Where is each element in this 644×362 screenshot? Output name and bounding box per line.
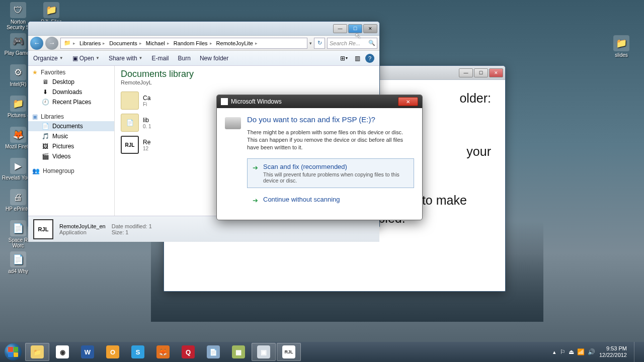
taskbar: 📁◉WOS🦊Q📄▦▣RJL ▴ ⚐ ⏏ 📶 🔊 9:53 PM 12/22/20… <box>0 342 644 362</box>
back-button[interactable]: ← <box>30 37 43 50</box>
nav-icon: 📄 <box>41 122 49 130</box>
breadcrumb-segment[interactable]: Random Files <box>172 40 214 46</box>
search-placeholder: Search Re... <box>330 40 360 46</box>
nav-item-videos[interactable]: 🎬Videos <box>28 151 114 161</box>
icon-label: slides <box>615 52 628 58</box>
taskbar-app-explorer[interactable]: 📁 <box>25 343 49 361</box>
scan-dialog: Microsoft Windows ✕ Do you want to scan … <box>216 95 423 220</box>
photo-icon: ▣ <box>257 345 270 358</box>
folder-icon: 📁 <box>613 35 629 51</box>
file-icon: 📄 <box>121 114 139 132</box>
taskbar-app-chrome[interactable]: ◉ <box>50 343 74 361</box>
favorites-header[interactable]: ★Favorites <box>28 68 114 77</box>
taskbar-app-firefox[interactable]: 🦊 <box>151 343 175 361</box>
action-center-icon[interactable]: ⚐ <box>560 348 566 355</box>
minimize-button[interactable]: — <box>459 68 473 77</box>
nav-item-music[interactable]: 🎵Music <box>28 131 114 141</box>
removable-icon[interactable]: ⏏ <box>569 348 574 355</box>
open-menu[interactable]: ▣Open▼ <box>72 55 100 62</box>
newfolder-button[interactable]: New folder <box>200 55 228 62</box>
close-button[interactable]: ✕ <box>363 24 377 33</box>
organize-menu[interactable]: Organize▼ <box>33 55 63 62</box>
taskbar-app-outlook[interactable]: O <box>101 343 125 361</box>
scan-and-fix-option[interactable]: ➔ Scan and fix (recommended) This will p… <box>247 158 414 188</box>
homegroup-header[interactable]: 👥Homegroup <box>28 166 114 175</box>
quicken-icon: Q <box>182 345 195 358</box>
taskbar-app-photo[interactable]: ▣ <box>252 343 276 361</box>
start-button[interactable] <box>3 342 23 362</box>
taskbar-app-notepad[interactable]: 📄 <box>201 343 225 361</box>
app-icon: 🛡 <box>10 2 26 18</box>
icon-label: ad4 Why <box>8 268 28 274</box>
address-bar[interactable]: 📁LibrariesDocumentsMichaelRandom FilesRe… <box>60 38 307 49</box>
maximize-button[interactable]: ☐ <box>474 68 488 77</box>
breadcrumb-segment[interactable]: Documents <box>107 40 144 46</box>
close-button[interactable]: ✕ <box>398 97 418 106</box>
breadcrumb-segment[interactable]: RemoteJoyLite <box>214 40 260 46</box>
dialog-title: Microsoft Windows <box>231 98 282 105</box>
forward-button[interactable]: → <box>45 37 58 50</box>
nav-icon: 🕘 <box>41 98 49 106</box>
explorer-titlebar[interactable]: — ☐ ✕ <box>28 22 379 36</box>
file-icon <box>121 92 139 110</box>
file-meta: 0. 1 <box>143 124 151 129</box>
option-title: Continue without scanning <box>263 196 340 203</box>
burn-button[interactable]: Burn <box>178 55 191 62</box>
nav-label: Documents <box>52 123 83 130</box>
tray-expand-icon[interactable]: ▴ <box>553 349 556 355</box>
continue-option[interactable]: ➔ Continue without scanning <box>247 191 414 209</box>
libraries-header[interactable]: ▣Libraries <box>28 112 114 121</box>
breadcrumb-segment[interactable]: Michael <box>144 40 172 46</box>
taskbar-app-skype[interactable]: S <box>126 343 150 361</box>
desktop-icon[interactable]: 📄ad4 Why <box>2 251 34 282</box>
taskbar-app-word[interactable]: W <box>75 343 100 361</box>
desktop-icons-right: 📁slides <box>604 35 639 65</box>
file-meta: 12 <box>143 146 150 151</box>
windows-logo-icon <box>5 343 22 360</box>
app-icon: 📁 <box>43 2 59 18</box>
view-button[interactable]: ⊞▼ <box>339 53 349 63</box>
preview-pane-button[interactable]: ▥ <box>352 53 362 63</box>
nav-label: Music <box>52 133 68 140</box>
chrome-icon: ◉ <box>56 345 69 358</box>
rjl-icon: RJL <box>282 345 295 358</box>
search-input[interactable]: Search Re... 🔍 <box>327 38 377 49</box>
arrow-icon: ➔ <box>253 164 258 184</box>
taskbar-app-rjl[interactable]: RJL <box>277 343 301 361</box>
nav-item-downloads[interactable]: ⬇Downloads <box>28 87 114 97</box>
notepad-icon: 📄 <box>207 345 220 358</box>
nav-icon: 🎬 <box>41 152 49 160</box>
email-button[interactable]: E-mail <box>152 55 169 62</box>
dialog-titlebar[interactable]: Microsoft Windows ✕ <box>217 95 422 108</box>
taskbar-app-quicken[interactable]: Q <box>176 343 200 361</box>
taskbar-app-app2[interactable]: ▦ <box>226 343 251 361</box>
share-menu[interactable]: Share with▼ <box>109 55 143 62</box>
nav-item-documents[interactable]: 📄Documents <box>28 121 114 131</box>
app2-icon: ▦ <box>232 345 245 358</box>
nav-label: Pictures <box>52 143 74 150</box>
help-button[interactable]: ? <box>365 54 374 63</box>
network-icon[interactable]: 📶 <box>577 348 585 355</box>
volume-icon[interactable]: 🔊 <box>588 348 595 355</box>
app-icon: 🖨 <box>10 189 26 205</box>
nav-item-pictures[interactable]: 🖼Pictures <box>28 141 114 151</box>
app-icon: 🎮 <box>10 33 26 49</box>
file-meta: Fi <box>143 102 150 107</box>
show-desktop-button[interactable] <box>634 342 639 362</box>
details-filename: RemoteJoyLite_en <box>59 223 106 229</box>
nav-item-recent places[interactable]: 🕘Recent Places <box>28 97 114 107</box>
app-icon: ⚙ <box>10 64 26 80</box>
tray-clock[interactable]: 9:53 PM 12/22/2012 <box>599 345 627 358</box>
close-button[interactable]: ✕ <box>489 68 503 77</box>
details-filetype: Application <box>59 229 106 235</box>
app-icon: 📄 <box>10 220 26 236</box>
maximize-button[interactable]: ☐ <box>348 24 362 33</box>
minimize-button[interactable]: — <box>333 24 347 33</box>
explorer-icon: 📁 <box>31 345 44 358</box>
breadcrumb-segment[interactable]: Libraries <box>77 40 107 46</box>
refresh-button[interactable]: ↻ <box>314 38 325 49</box>
dialog-icon <box>221 98 228 105</box>
nav-icon: 🎵 <box>41 132 49 140</box>
nav-item-desktop[interactable]: 🖥Desktop <box>28 77 114 87</box>
desktop-icon[interactable]: 📁slides <box>604 35 639 65</box>
